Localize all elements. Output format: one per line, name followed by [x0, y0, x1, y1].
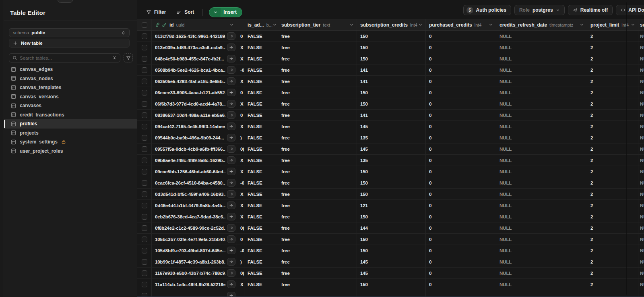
project_limit-cell[interactable]: 2: [587, 143, 638, 154]
is_admin-cell[interactable]: FALSE: [244, 268, 278, 278]
purchased_credits-cell[interactable]: 0: [426, 211, 496, 222]
credits_refresh_date-cell[interactable]: NULL: [496, 53, 587, 64]
clipped-cell[interactable]: ): [237, 256, 244, 267]
su-cell[interactable]: NULL: [638, 76, 644, 87]
credits_refresh_date-cell[interactable]: NULL: [496, 98, 587, 109]
is_admin-cell[interactable]: FALSE: [244, 64, 278, 75]
su-cell[interactable]: NULL: [638, 200, 644, 211]
project_limit-cell[interactable]: 2: [587, 31, 638, 42]
expand-row-button[interactable]: [227, 100, 235, 108]
subscription_tier-cell[interactable]: free: [278, 189, 357, 199]
su-cell[interactable]: NULL: [638, 53, 644, 64]
subscription_tier-cell[interactable]: free: [278, 177, 357, 188]
expand-row-button[interactable]: [227, 269, 235, 277]
clipped-cell[interactable]: 0(: [237, 143, 244, 154]
clipped-cell[interactable]: X: [237, 189, 244, 199]
realtime-toggle-button[interactable]: Realtime off: [568, 5, 613, 15]
su-cell[interactable]: NULL: [638, 279, 644, 290]
subscription_tier-cell[interactable]: free: [278, 87, 357, 98]
filter-tables-button[interactable]: [124, 53, 133, 62]
purchased_credits-cell[interactable]: 0: [426, 245, 496, 256]
subscription_credits-cell[interactable]: 150: [357, 245, 426, 256]
su-cell[interactable]: NULL: [638, 42, 644, 53]
purchased_credits-cell[interactable]: 0: [426, 31, 496, 42]
project_limit-cell[interactable]: 2: [587, 132, 638, 143]
subscription_credits-cell[interactable]: 135: [357, 132, 426, 143]
is_admin-cell[interactable]: FALSE: [244, 143, 278, 154]
credits_refresh_date-cell[interactable]: NULL: [496, 155, 587, 166]
credits_refresh_date-cell[interactable]: NULL: [496, 76, 587, 87]
column-header-purchased_credits[interactable]: purchased_creditsint4: [426, 19, 496, 30]
column-header-su[interactable]: su: [638, 19, 644, 30]
chevron-down-icon[interactable]: [349, 23, 354, 27]
row-checkbox[interactable]: [142, 169, 147, 174]
project_limit-cell[interactable]: 2: [587, 42, 638, 53]
chevron-down-icon[interactable]: [209, 8, 221, 17]
purchased_credits-cell[interactable]: 0: [426, 222, 496, 233]
credits_refresh_date-cell[interactable]: NULL: [496, 121, 587, 132]
clipped-cell[interactable]: X: [237, 53, 244, 64]
column-header-is_admin[interactable]: is_ad...b...: [244, 19, 278, 30]
subscription_credits-cell[interactable]: 150: [357, 279, 426, 290]
credits_refresh_date-cell[interactable]: NULL: [496, 132, 587, 143]
expand-row-button[interactable]: [227, 190, 235, 198]
credits_refresh_date-cell[interactable]: NULL: [496, 234, 587, 245]
expand-row-button[interactable]: [227, 145, 235, 153]
clipped-cell[interactable]: -0: [237, 245, 244, 256]
purchased_credits-cell[interactable]: 0: [426, 76, 496, 87]
purchased_credits-cell[interactable]: 0: [426, 268, 496, 278]
row-checkbox[interactable]: [142, 45, 147, 50]
su-cell[interactable]: NULL: [638, 132, 644, 143]
purchased_credits-cell[interactable]: 0: [426, 200, 496, 211]
is_admin-cell[interactable]: FALSE: [244, 53, 278, 64]
chevron-down-icon[interactable]: [580, 23, 584, 27]
project_limit-cell[interactable]: 2: [587, 268, 638, 278]
subscription_tier-cell[interactable]: free: [278, 64, 357, 75]
id-cell[interactable]: 06f6b7d3-977d-4cd0-acd4-4a78...: [152, 98, 237, 109]
subscription_tier-cell[interactable]: free: [278, 110, 357, 120]
sort-button[interactable]: Sort: [174, 7, 196, 17]
credits_refresh_date-cell[interactable]: NULL: [496, 87, 587, 98]
id-cell[interactable]: 0508b94b-5ee2-4626-bca1-4bca...: [152, 64, 237, 75]
credits_refresh_date-cell[interactable]: NULL: [496, 31, 587, 42]
chevron-down-icon[interactable]: [631, 23, 635, 27]
subscription_credits-cell[interactable]: 150: [357, 98, 426, 109]
id-cell[interactable]: 094caf42-7185-4e45-99f3-14abee...: [152, 121, 237, 132]
credits_refresh_date-cell[interactable]: NULL: [496, 222, 587, 233]
subscription_credits-cell[interactable]: 141: [357, 64, 426, 75]
subscription_tier-cell[interactable]: free: [278, 121, 357, 132]
row-checkbox[interactable]: [142, 282, 147, 287]
role-selector[interactable]: Role postgres: [514, 5, 565, 15]
chevron-down-icon[interactable]: [418, 23, 423, 27]
subscription_credits-cell[interactable]: 141: [357, 110, 426, 120]
is_admin-cell[interactable]: FALSE: [244, 166, 278, 177]
subscription_tier-cell[interactable]: free: [278, 279, 357, 290]
purchased_credits-cell[interactable]: 0: [426, 132, 496, 143]
sidebar-item-canvas_nodes[interactable]: canvas_nodes: [4, 74, 137, 83]
new-table-button[interactable]: New table: [9, 39, 130, 48]
clipped-cell[interactable]: X: [237, 42, 244, 53]
row-checkbox[interactable]: [142, 112, 147, 118]
id-cell[interactable]: 063505e5-4293-4faf-a18c-0e65b...: [152, 76, 237, 87]
project_limit-cell[interactable]: 2: [587, 87, 638, 98]
row-checkbox[interactable]: [142, 135, 147, 141]
expand-row-button[interactable]: [227, 168, 235, 175]
clipped-cell[interactable]: ): [237, 132, 244, 143]
subscription_credits-cell[interactable]: 150: [357, 211, 426, 222]
api-docs-button[interactable]: API Docs: [616, 5, 644, 15]
column-header-id[interactable]: iduuid: [152, 19, 237, 30]
subscription_tier-cell[interactable]: free: [278, 245, 357, 256]
subscription_credits-cell[interactable]: 145: [357, 256, 426, 267]
credits_refresh_date-cell[interactable]: NULL: [496, 245, 587, 256]
is_admin-cell[interactable]: FALSE: [244, 234, 278, 245]
id-cell[interactable]: 0d48e4d4-b1bf-4479-9a8b-4a4b...: [152, 200, 237, 211]
id-cell[interactable]: 013cf78d-1625-43fc-9961-442189...: [152, 31, 237, 42]
clipped-cell[interactable]: X: [237, 76, 244, 87]
project_limit-cell[interactable]: 2: [587, 279, 638, 290]
purchased_credits-cell[interactable]: 0: [426, 166, 496, 177]
project_limit-cell[interactable]: 2: [587, 222, 638, 233]
id-cell[interactable]: 06eaee33-8905-4aaa-b121-ab552...: [152, 87, 237, 98]
su-cell[interactable]: NULL: [638, 155, 644, 166]
id-cell[interactable]: 0d3d541d-bf5c-459f-a406-16b93...: [152, 189, 237, 199]
id-cell[interactable]: 0cac6fca-26cf-4510-84ba-c4580...: [152, 177, 237, 188]
